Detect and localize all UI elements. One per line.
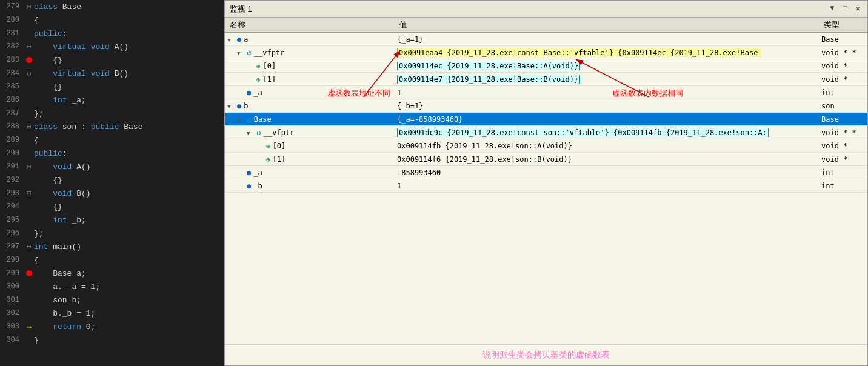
value-highlight: 0x009114e7 {2019_11_28.exe!Base::B(void)…	[397, 75, 580, 84]
line-gutter: ⊟	[24, 243, 34, 250]
line-content: {}	[34, 202, 62, 211]
line-number: 295	[2, 216, 24, 224]
watch-type-cell: Base	[819, 35, 867, 44]
expand-minus-icon[interactable]: ⊟	[27, 3, 31, 10]
watch-name-cell: ●_a	[225, 88, 395, 97]
variable-name: [1]	[263, 75, 276, 84]
watch-type-cell: void *	[819, 75, 867, 84]
expand-minus-icon[interactable]: ⊟	[27, 190, 31, 197]
line-content: a. _a = 1;	[34, 282, 100, 291]
watch-value-cell: {_b=1}	[395, 102, 819, 110]
code-line-298: 298{	[0, 253, 224, 267]
watch-titlebar: 监视 1 ▼ □ ✕	[225, 1, 867, 18]
variable-name: _a	[253, 168, 262, 177]
watch-controls: ▼ □ ✕	[827, 4, 863, 13]
col-value-header: 值	[395, 19, 819, 30]
right-panel: 监视 1 ▼ □ ✕ 名称 值 类型 ▼●a{_a=1}Base▼↺__vfpt…	[224, 0, 868, 366]
table-row[interactable]: ⊕[1]0x009114f6 {2019_11_28.exe!son::B(vo…	[225, 153, 867, 166]
line-number: 297	[2, 242, 24, 251]
table-row[interactable]: ⊕[1]0x009114e7 {2019_11_28.exe!Base::B(v…	[225, 73, 867, 86]
expand-minus-icon[interactable]: ⊟	[27, 43, 31, 50]
code-line-286: 286 int _a;	[0, 93, 224, 107]
table-row[interactable]: ●_a-858993460int	[225, 166, 867, 179]
code-line-290: 290public:	[0, 147, 224, 160]
line-gutter: ⊟	[24, 70, 34, 77]
tree-expand-icon[interactable]	[247, 75, 255, 84]
line-content: class son : public Base	[34, 122, 142, 131]
line-number: 296	[2, 229, 24, 238]
line-gutter	[24, 270, 34, 276]
line-number: 287	[2, 109, 24, 118]
line-content: {	[34, 136, 39, 145]
watch-name-cell: ▼●a	[225, 35, 395, 44]
tree-expand-icon[interactable]: ▼	[237, 115, 245, 124]
watch-value-cell: 0x009114fb {2019_11_28.exe!son::A(void)}	[395, 142, 819, 150]
table-row[interactable]: ●_a1int	[225, 86, 867, 99]
line-content: class Base	[34, 2, 81, 12]
watch-rows-container: ▼●a{_a=1}Base▼↺__vfptr0x0091eaa4 {2019_1…	[225, 33, 867, 344]
line-gutter: ⊟	[24, 3, 34, 10]
tree-expand-icon[interactable]	[237, 182, 245, 190]
expand-minus-icon[interactable]: ⊟	[27, 243, 31, 250]
line-number: 284	[2, 69, 24, 78]
table-row[interactable]: ▼●b{_b=1}son	[225, 99, 867, 113]
watch-type-cell: Base	[819, 115, 867, 124]
expand-minus-icon[interactable]: ⊟	[27, 163, 31, 170]
table-row[interactable]: ●_b1int	[225, 179, 867, 193]
line-gutter: ⊟	[24, 123, 34, 130]
variable-name: _b	[253, 182, 262, 190]
tree-expand-icon[interactable]: ▼	[237, 48, 245, 57]
table-row[interactable]: ▼↺__vfptr0x0091dc9c {2019_11_28.exe!cons…	[225, 126, 867, 139]
line-content: {	[34, 16, 39, 25]
watch-name-cell: ▼↺Base	[225, 115, 395, 124]
watch-value-cell: 0x009114e7 {2019_11_28.exe!Base::B(void)…	[395, 75, 819, 84]
tree-expand-icon[interactable]: ▼	[227, 35, 236, 44]
code-line-287: 287};	[0, 107, 224, 120]
watch-body: ▼●a{_a=1}Base▼↺__vfptr0x0091eaa4 {2019_1…	[225, 33, 867, 344]
line-content: {}	[34, 82, 62, 92]
table-row[interactable]: ▼↺Base{_a=-858993460}Base	[225, 113, 867, 126]
watch-value-cell: 0x009114f6 {2019_11_28.exe!son::B(void)}	[395, 155, 819, 164]
table-row[interactable]: ▼↺__vfptr0x0091eaa4 {2019_11_28.exe!cons…	[225, 46, 867, 59]
table-row[interactable]: ▼●a{_a=1}Base	[225, 33, 867, 46]
restore-button[interactable]: □	[841, 4, 850, 13]
expand-minus-icon[interactable]: ⊟	[27, 123, 31, 130]
line-content: virtual void A()	[34, 42, 129, 52]
watch-type-cell: void *	[819, 142, 867, 150]
tree-expand-icon[interactable]: ▼	[227, 102, 236, 110]
table-row[interactable]: ⊕[0]0x009114ec {2019_11_28.exe!Base::A(v…	[225, 59, 867, 73]
line-gutter	[24, 57, 34, 63]
close-button[interactable]: ✕	[853, 4, 863, 13]
line-number: 304	[2, 336, 24, 344]
debug-arrow-icon: ⇒	[27, 322, 32, 332]
tree-expand-icon[interactable]	[247, 62, 255, 70]
line-content: return 0;	[34, 322, 95, 331]
watch-columns-header: 名称 值 类型	[225, 18, 867, 33]
tree-expand-icon[interactable]	[256, 142, 265, 150]
line-number: 289	[2, 136, 24, 144]
table-row[interactable]: ⊕[0]0x009114fb {2019_11_28.exe!son::A(vo…	[225, 139, 867, 153]
minimize-button[interactable]: ▼	[827, 4, 836, 13]
line-number: 282	[2, 42, 24, 51]
line-content: };	[34, 229, 44, 238]
watch-type-cell: int	[819, 88, 867, 97]
code-line-302: 302 b._b = 1;	[0, 307, 224, 320]
value-highlight: 0x009114ec {2019_11_28.exe!Base::A(void)…	[397, 62, 580, 70]
tree-expand-icon[interactable]	[256, 155, 265, 164]
variable-name: [1]	[273, 155, 286, 164]
line-number: 299	[2, 269, 24, 278]
line-content: int main()	[34, 242, 81, 251]
watch-window: 监视 1 ▼ □ ✕ 名称 值 类型 ▼●a{_a=1}Base▼↺__vfpt…	[224, 0, 868, 366]
line-number: 291	[2, 162, 24, 171]
line-content: void B()	[34, 189, 91, 198]
watch-type-cell: void * *	[819, 128, 867, 137]
tree-expand-icon[interactable]	[237, 168, 245, 177]
tree-expand-icon[interactable]: ▼	[247, 128, 255, 137]
bottom-annotation: 说明派生类会拷贝基类的虚函数表	[225, 344, 867, 365]
tree-expand-icon[interactable]	[237, 88, 245, 97]
code-line-285: 285 {}	[0, 80, 224, 93]
expand-minus-icon[interactable]: ⊟	[27, 70, 31, 77]
watch-value-cell: {_a=-858993460}	[395, 115, 819, 124]
variable-type-icon: ●	[247, 168, 251, 177]
breakpoint-icon	[26, 270, 32, 276]
